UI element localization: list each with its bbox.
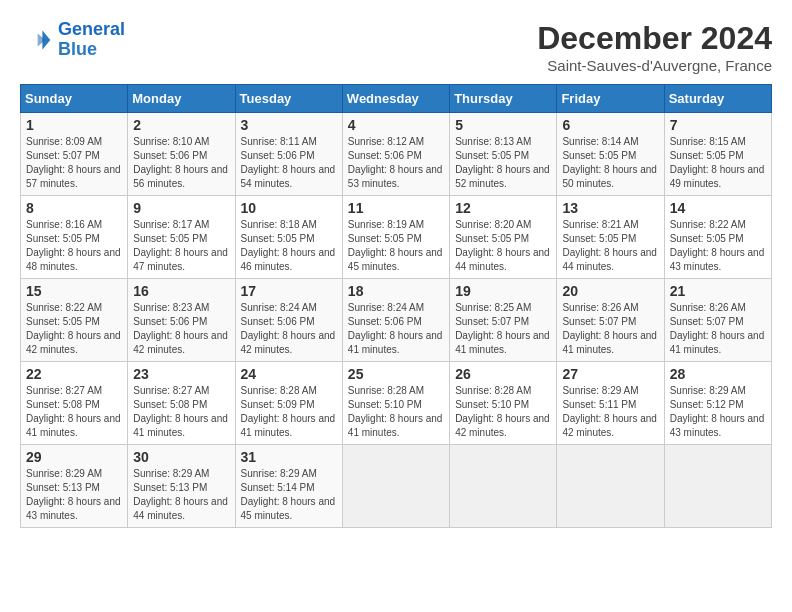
day-sun-info: Sunrise: 8:24 AMSunset: 5:06 PMDaylight:… (348, 301, 444, 357)
day-sun-info: Sunrise: 8:29 AMSunset: 5:14 PMDaylight:… (241, 467, 337, 523)
day-sun-info: Sunrise: 8:29 AMSunset: 5:11 PMDaylight:… (562, 384, 658, 440)
calendar-cell: 17Sunrise: 8:24 AMSunset: 5:06 PMDayligh… (235, 279, 342, 362)
logo-text: General Blue (58, 20, 125, 60)
day-number: 12 (455, 200, 551, 216)
calendar-cell: 1Sunrise: 8:09 AMSunset: 5:07 PMDaylight… (21, 113, 128, 196)
calendar-cell: 27Sunrise: 8:29 AMSunset: 5:11 PMDayligh… (557, 362, 664, 445)
weekday-header: Sunday (21, 85, 128, 113)
weekday-header-row: SundayMondayTuesdayWednesdayThursdayFrid… (21, 85, 772, 113)
day-sun-info: Sunrise: 8:28 AMSunset: 5:10 PMDaylight:… (455, 384, 551, 440)
day-sun-info: Sunrise: 8:19 AMSunset: 5:05 PMDaylight:… (348, 218, 444, 274)
calendar-cell: 26Sunrise: 8:28 AMSunset: 5:10 PMDayligh… (450, 362, 557, 445)
day-number: 28 (670, 366, 766, 382)
day-sun-info: Sunrise: 8:28 AMSunset: 5:09 PMDaylight:… (241, 384, 337, 440)
calendar-cell: 10Sunrise: 8:18 AMSunset: 5:05 PMDayligh… (235, 196, 342, 279)
day-sun-info: Sunrise: 8:29 AMSunset: 5:13 PMDaylight:… (133, 467, 229, 523)
day-number: 31 (241, 449, 337, 465)
calendar-cell: 2Sunrise: 8:10 AMSunset: 5:06 PMDaylight… (128, 113, 235, 196)
logo-line1: General (58, 19, 125, 39)
calendar-cell: 5Sunrise: 8:13 AMSunset: 5:05 PMDaylight… (450, 113, 557, 196)
month-title: December 2024 (537, 20, 772, 57)
day-sun-info: Sunrise: 8:17 AMSunset: 5:05 PMDaylight:… (133, 218, 229, 274)
calendar-cell: 30Sunrise: 8:29 AMSunset: 5:13 PMDayligh… (128, 445, 235, 528)
calendar-cell: 28Sunrise: 8:29 AMSunset: 5:12 PMDayligh… (664, 362, 771, 445)
day-number: 20 (562, 283, 658, 299)
day-sun-info: Sunrise: 8:15 AMSunset: 5:05 PMDaylight:… (670, 135, 766, 191)
calendar-week-row: 15Sunrise: 8:22 AMSunset: 5:05 PMDayligh… (21, 279, 772, 362)
day-sun-info: Sunrise: 8:26 AMSunset: 5:07 PMDaylight:… (562, 301, 658, 357)
weekday-header: Tuesday (235, 85, 342, 113)
calendar-week-row: 1Sunrise: 8:09 AMSunset: 5:07 PMDaylight… (21, 113, 772, 196)
day-sun-info: Sunrise: 8:27 AMSunset: 5:08 PMDaylight:… (26, 384, 122, 440)
calendar-cell: 7Sunrise: 8:15 AMSunset: 5:05 PMDaylight… (664, 113, 771, 196)
day-number: 9 (133, 200, 229, 216)
day-number: 18 (348, 283, 444, 299)
calendar-cell: 25Sunrise: 8:28 AMSunset: 5:10 PMDayligh… (342, 362, 449, 445)
calendar-cell (450, 445, 557, 528)
day-number: 11 (348, 200, 444, 216)
calendar-week-row: 22Sunrise: 8:27 AMSunset: 5:08 PMDayligh… (21, 362, 772, 445)
day-sun-info: Sunrise: 8:28 AMSunset: 5:10 PMDaylight:… (348, 384, 444, 440)
weekday-header: Thursday (450, 85, 557, 113)
calendar-week-row: 8Sunrise: 8:16 AMSunset: 5:05 PMDaylight… (21, 196, 772, 279)
day-sun-info: Sunrise: 8:10 AMSunset: 5:06 PMDaylight:… (133, 135, 229, 191)
day-number: 30 (133, 449, 229, 465)
day-number: 17 (241, 283, 337, 299)
day-number: 5 (455, 117, 551, 133)
calendar-cell: 6Sunrise: 8:14 AMSunset: 5:05 PMDaylight… (557, 113, 664, 196)
day-number: 27 (562, 366, 658, 382)
day-sun-info: Sunrise: 8:12 AMSunset: 5:06 PMDaylight:… (348, 135, 444, 191)
day-number: 14 (670, 200, 766, 216)
calendar-cell: 23Sunrise: 8:27 AMSunset: 5:08 PMDayligh… (128, 362, 235, 445)
calendar-cell: 9Sunrise: 8:17 AMSunset: 5:05 PMDaylight… (128, 196, 235, 279)
day-number: 19 (455, 283, 551, 299)
day-sun-info: Sunrise: 8:21 AMSunset: 5:05 PMDaylight:… (562, 218, 658, 274)
calendar-cell: 4Sunrise: 8:12 AMSunset: 5:06 PMDaylight… (342, 113, 449, 196)
logo-icon (20, 24, 52, 56)
calendar-cell: 31Sunrise: 8:29 AMSunset: 5:14 PMDayligh… (235, 445, 342, 528)
day-sun-info: Sunrise: 8:16 AMSunset: 5:05 PMDaylight:… (26, 218, 122, 274)
day-sun-info: Sunrise: 8:26 AMSunset: 5:07 PMDaylight:… (670, 301, 766, 357)
calendar-cell: 19Sunrise: 8:25 AMSunset: 5:07 PMDayligh… (450, 279, 557, 362)
day-sun-info: Sunrise: 8:14 AMSunset: 5:05 PMDaylight:… (562, 135, 658, 191)
day-sun-info: Sunrise: 8:18 AMSunset: 5:05 PMDaylight:… (241, 218, 337, 274)
calendar-cell (664, 445, 771, 528)
calendar-cell: 24Sunrise: 8:28 AMSunset: 5:09 PMDayligh… (235, 362, 342, 445)
day-number: 23 (133, 366, 229, 382)
weekday-header: Friday (557, 85, 664, 113)
location-title: Saint-Sauves-d'Auvergne, France (537, 57, 772, 74)
calendar-cell: 8Sunrise: 8:16 AMSunset: 5:05 PMDaylight… (21, 196, 128, 279)
calendar-cell: 16Sunrise: 8:23 AMSunset: 5:06 PMDayligh… (128, 279, 235, 362)
day-number: 4 (348, 117, 444, 133)
calendar-cell: 21Sunrise: 8:26 AMSunset: 5:07 PMDayligh… (664, 279, 771, 362)
day-sun-info: Sunrise: 8:22 AMSunset: 5:05 PMDaylight:… (670, 218, 766, 274)
logo-line2: Blue (58, 39, 97, 59)
calendar-cell: 12Sunrise: 8:20 AMSunset: 5:05 PMDayligh… (450, 196, 557, 279)
page-header: General Blue December 2024 Saint-Sauves-… (20, 20, 772, 74)
day-number: 21 (670, 283, 766, 299)
day-number: 2 (133, 117, 229, 133)
day-sun-info: Sunrise: 8:25 AMSunset: 5:07 PMDaylight:… (455, 301, 551, 357)
day-number: 8 (26, 200, 122, 216)
calendar-cell: 22Sunrise: 8:27 AMSunset: 5:08 PMDayligh… (21, 362, 128, 445)
day-number: 22 (26, 366, 122, 382)
calendar-cell: 3Sunrise: 8:11 AMSunset: 5:06 PMDaylight… (235, 113, 342, 196)
weekday-header: Wednesday (342, 85, 449, 113)
day-number: 3 (241, 117, 337, 133)
day-number: 25 (348, 366, 444, 382)
weekday-header: Monday (128, 85, 235, 113)
day-number: 29 (26, 449, 122, 465)
weekday-header: Saturday (664, 85, 771, 113)
day-sun-info: Sunrise: 8:22 AMSunset: 5:05 PMDaylight:… (26, 301, 122, 357)
calendar-cell (557, 445, 664, 528)
calendar-cell: 20Sunrise: 8:26 AMSunset: 5:07 PMDayligh… (557, 279, 664, 362)
day-number: 26 (455, 366, 551, 382)
calendar-table: SundayMondayTuesdayWednesdayThursdayFrid… (20, 84, 772, 528)
day-sun-info: Sunrise: 8:29 AMSunset: 5:12 PMDaylight:… (670, 384, 766, 440)
day-number: 6 (562, 117, 658, 133)
calendar-cell: 11Sunrise: 8:19 AMSunset: 5:05 PMDayligh… (342, 196, 449, 279)
day-sun-info: Sunrise: 8:11 AMSunset: 5:06 PMDaylight:… (241, 135, 337, 191)
day-sun-info: Sunrise: 8:20 AMSunset: 5:05 PMDaylight:… (455, 218, 551, 274)
calendar-cell: 13Sunrise: 8:21 AMSunset: 5:05 PMDayligh… (557, 196, 664, 279)
day-sun-info: Sunrise: 8:23 AMSunset: 5:06 PMDaylight:… (133, 301, 229, 357)
